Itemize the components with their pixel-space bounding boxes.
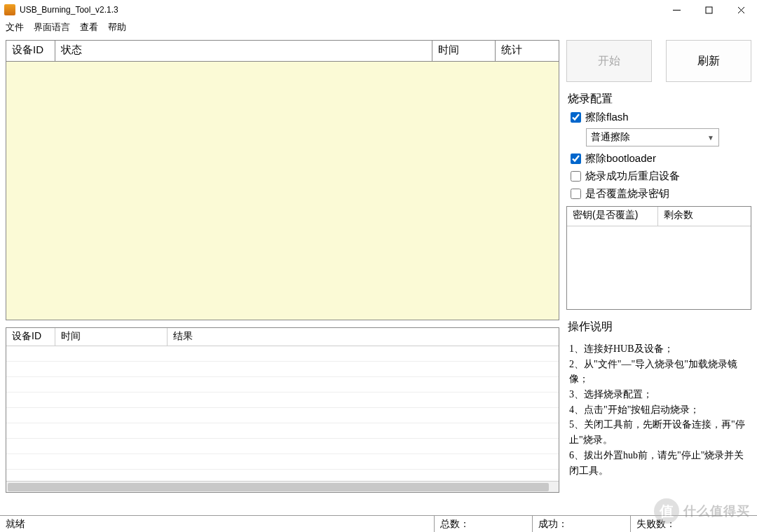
instruction-step: 3、选择烧录配置； — [569, 387, 749, 402]
close-button[interactable] — [725, 0, 757, 20]
horizontal-scrollbar[interactable] — [6, 481, 559, 492]
menu-view[interactable]: 查看 — [80, 21, 98, 34]
overwrite-key-row[interactable]: 是否覆盖烧录密钥 — [571, 187, 751, 200]
device-status-header: 设备ID 状态 时间 统计 — [6, 41, 559, 62]
overwrite-key-checkbox[interactable] — [571, 189, 581, 199]
overwrite-key-label: 是否覆盖烧录密钥 — [585, 187, 669, 200]
table-row — [6, 408, 559, 423]
titlebar: USB_Burning_Tool_v2.1.3 — [0, 0, 757, 20]
reboot-after-row[interactable]: 烧录成功后重启设备 — [571, 170, 751, 183]
erase-flash-label: 擦除flash — [585, 111, 629, 124]
device-status-body — [6, 62, 559, 320]
menu-language[interactable]: 界面语言 — [34, 21, 70, 34]
table-row — [6, 346, 559, 362]
erase-flash-row[interactable]: 擦除flash — [571, 111, 751, 124]
reboot-after-label: 烧录成功后重启设备 — [585, 170, 680, 183]
app-icon — [4, 4, 15, 15]
col-result-id[interactable]: 设备ID — [6, 328, 55, 346]
table-row — [6, 377, 559, 393]
minimize-button[interactable] — [660, 0, 693, 20]
instruction-step: 5、关闭工具前，先断开设备连接，再"停止"烧录。 — [569, 417, 749, 447]
instructions: 1、连接好HUB及设备； 2、从"文件"—"导入烧录包"加载烧录镜像； 3、选择… — [566, 341, 751, 478]
reboot-after-checkbox[interactable] — [571, 171, 581, 182]
result-rows — [6, 346, 559, 481]
instruction-step: 6、拔出外置hub前，请先"停止"烧录并关闭工具。 — [569, 448, 749, 478]
erase-mode-value: 普通擦除 — [591, 131, 630, 144]
svg-rect-1 — [706, 7, 712, 13]
table-row — [6, 423, 559, 439]
col-time[interactable]: 时间 — [432, 41, 496, 61]
col-remain[interactable]: 剩余数 — [658, 207, 751, 226]
table-row — [6, 362, 559, 377]
erase-bootloader-label: 擦除bootloader — [585, 152, 656, 165]
erase-bootloader-row[interactable]: 擦除bootloader — [571, 152, 751, 165]
instruction-step: 2、从"文件"—"导入烧录包"加载烧录镜像； — [569, 357, 749, 387]
table-row — [6, 439, 559, 454]
maximize-button[interactable] — [693, 0, 725, 20]
key-table: 密钥(是否覆盖) 剩余数 — [566, 206, 751, 310]
scrollbar-thumb[interactable] — [8, 483, 549, 491]
status-total: 总数： — [435, 516, 533, 532]
status-success: 成功： — [533, 516, 631, 532]
burn-config-title: 烧录配置 — [568, 92, 751, 107]
status-ready: 就绪 — [0, 516, 435, 532]
col-key[interactable]: 密钥(是否覆盖) — [567, 207, 658, 226]
result-table: 设备ID 时间 结果 — [6, 327, 559, 493]
instruction-step: 1、连接好HUB及设备； — [569, 341, 749, 357]
start-button[interactable]: 开始 — [566, 40, 652, 82]
erase-bootloader-checkbox[interactable] — [571, 154, 581, 164]
refresh-button[interactable]: 刷新 — [666, 40, 751, 82]
instruction-step: 4、点击"开始"按钮启动烧录； — [569, 402, 749, 418]
col-device-id[interactable]: 设备ID — [6, 41, 55, 61]
col-status[interactable]: 状态 — [55, 41, 432, 61]
erase-mode-select[interactable]: 普通擦除 ▼ — [586, 128, 719, 146]
device-status-table: 设备ID 状态 时间 统计 — [6, 40, 559, 320]
window-title: USB_Burning_Tool_v2.1.3 — [20, 5, 660, 15]
chevron-down-icon: ▼ — [707, 134, 714, 142]
table-row — [6, 454, 559, 470]
col-stat[interactable]: 统计 — [496, 41, 559, 61]
col-result-time[interactable]: 时间 — [55, 328, 168, 346]
statusbar: 就绪 总数： 成功： 失败数： — [0, 515, 757, 532]
status-fail: 失败数： — [631, 516, 729, 532]
menu-file[interactable]: 文件 — [6, 21, 24, 34]
col-result-result[interactable]: 结果 — [168, 328, 559, 346]
erase-flash-checkbox[interactable] — [571, 112, 581, 123]
menu-help[interactable]: 帮助 — [108, 21, 126, 34]
key-table-header: 密钥(是否覆盖) 剩余数 — [567, 207, 751, 226]
result-header: 设备ID 时间 结果 — [6, 328, 559, 346]
table-row — [6, 393, 559, 408]
menubar: 文件 界面语言 查看 帮助 — [0, 20, 757, 35]
instructions-title: 操作说明 — [568, 320, 751, 334]
